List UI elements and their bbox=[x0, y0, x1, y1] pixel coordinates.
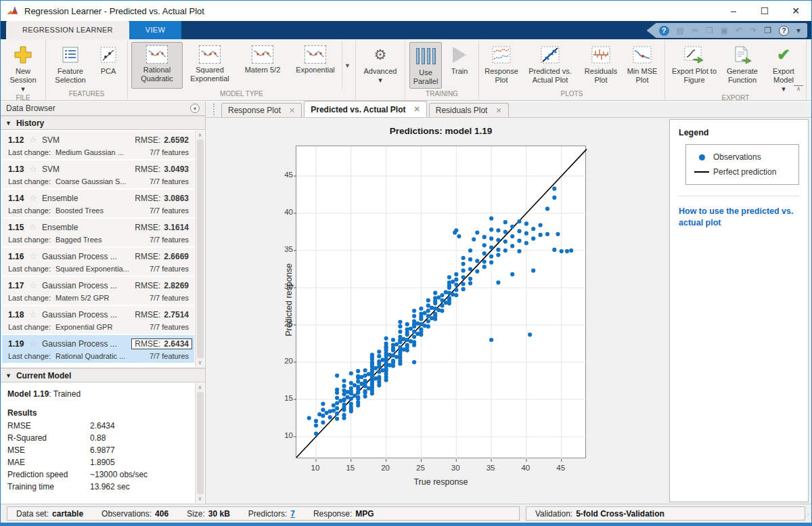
panel-menu-icon[interactable]: ▾ bbox=[190, 104, 200, 113]
tab-regression-learner[interactable]: REGRESSION LEARNER bbox=[6, 21, 129, 39]
collapse-current-model-icon[interactable]: ▼ bbox=[5, 372, 12, 379]
last-change-value: Matern 5/2 GPR bbox=[55, 294, 109, 302]
min-mse-plot-button[interactable]: Min MSE Plot bbox=[623, 41, 662, 89]
maximize-button[interactable]: ☐ bbox=[749, 1, 780, 21]
ribbon-group-model-type: Rational QuadraticSquared ExponentialMat… bbox=[128, 39, 356, 100]
cut-icon[interactable]: ✂ bbox=[692, 26, 698, 35]
star-icon[interactable]: ☆ bbox=[29, 309, 37, 320]
copy-icon[interactable]: ❒ bbox=[706, 26, 713, 35]
tab-bar-drag-handle[interactable] bbox=[213, 104, 216, 115]
train-button[interactable]: Train bbox=[443, 41, 476, 89]
scatter-point bbox=[482, 259, 487, 263]
matlab-logo-icon bbox=[7, 5, 18, 17]
scroll-down-icon[interactable]: ∨ bbox=[198, 359, 202, 366]
status-value[interactable]: 7 bbox=[290, 509, 295, 519]
pca-button[interactable]: PCA bbox=[92, 41, 125, 89]
scroll-up-icon[interactable]: ∧ bbox=[198, 132, 202, 138]
scatter-point bbox=[423, 311, 427, 315]
scatter-point bbox=[489, 246, 493, 250]
scatter-point bbox=[503, 229, 508, 234]
redo-icon[interactable]: ↷ bbox=[750, 26, 757, 35]
result-label: MAE bbox=[7, 458, 90, 467]
x-tick-label: 20 bbox=[374, 464, 397, 472]
status-label: Observations: bbox=[102, 509, 152, 519]
help-circle-icon[interactable]: ? bbox=[779, 26, 789, 36]
plot-axes[interactable] bbox=[296, 146, 586, 458]
scroll-down-icon[interactable]: ∨ bbox=[198, 496, 202, 502]
tab-close-icon[interactable]: ✕ bbox=[495, 106, 501, 115]
star-icon[interactable]: ☆ bbox=[29, 338, 37, 349]
new-session-button[interactable]: New Session▾ bbox=[3, 41, 43, 93]
scatter-point bbox=[433, 291, 437, 295]
document-tab-2[interactable]: Predicted vs. Actual Plot✕ bbox=[304, 101, 426, 117]
scroll-thumb[interactable] bbox=[197, 392, 204, 494]
history-scrollbar[interactable]: ∧ ∨ bbox=[195, 131, 204, 367]
scatter-point bbox=[440, 299, 444, 303]
star-icon[interactable]: ☆ bbox=[29, 135, 37, 145]
ribbon-group-advanced: ⚙ Advanced▾ bbox=[356, 39, 405, 100]
undo-icon[interactable]: ↶ bbox=[736, 26, 742, 35]
minimize-button[interactable]: – bbox=[718, 1, 749, 21]
history-item-1.14[interactable]: 1.14☆EnsembleRMSE:3.0863Last change:Boos… bbox=[2, 190, 194, 217]
scatter-point bbox=[475, 231, 479, 235]
star-icon[interactable]: ☆ bbox=[29, 280, 37, 290]
document-tab-1[interactable]: Response Plot✕ bbox=[221, 103, 302, 117]
document-tab-3[interactable]: Residuals Plot✕ bbox=[429, 103, 509, 117]
scatter-point bbox=[510, 234, 514, 238]
history-item-1.17[interactable]: 1.17☆Gaussian Process ...RMSE:2.8269Last… bbox=[2, 277, 194, 305]
scroll-up-icon[interactable]: ∧ bbox=[198, 385, 202, 391]
residuals-plot-icon bbox=[591, 43, 610, 67]
generate-function-button[interactable]: Generate Function bbox=[721, 41, 764, 93]
star-icon[interactable]: ☆ bbox=[29, 222, 37, 232]
scatter-point bbox=[367, 386, 371, 390]
resize-grip[interactable]: ⋰ bbox=[802, 512, 809, 521]
history-item-1.19[interactable]: 1.19☆Gaussian Process ...RMSE:2.6434Last… bbox=[2, 335, 194, 363]
model-type-tile-2[interactable]: Squared Exponential bbox=[184, 42, 235, 89]
help-icon[interactable]: ? bbox=[659, 26, 669, 36]
residuals-plot-button[interactable]: Residuals Plot bbox=[579, 41, 623, 89]
window-controls: – ☐ ✕ bbox=[718, 1, 811, 21]
layout-icon[interactable]: ❐ bbox=[764, 26, 771, 35]
collapse-ribbon-button[interactable]: ∧ bbox=[794, 85, 803, 91]
use-parallel-toggle[interactable]: Use Parallel bbox=[409, 42, 442, 89]
scatter-point bbox=[489, 227, 493, 232]
toolbar-dropdown-icon[interactable]: ▾ bbox=[796, 26, 800, 35]
model-type-tile-4[interactable]: Exponential bbox=[290, 42, 341, 89]
save-icon[interactable]: ▤ bbox=[677, 26, 684, 35]
star-icon[interactable]: ☆ bbox=[29, 251, 37, 261]
close-button[interactable]: ✕ bbox=[780, 1, 811, 21]
scatter-point bbox=[510, 225, 514, 229]
star-icon[interactable]: ☆ bbox=[29, 193, 37, 203]
star-icon[interactable]: ☆ bbox=[29, 164, 37, 174]
feature-selection-button[interactable]: Feature Selection bbox=[49, 41, 92, 89]
collapse-history-icon[interactable]: ▼ bbox=[5, 120, 12, 127]
scroll-thumb[interactable] bbox=[197, 139, 204, 358]
gallery-dropdown-icon[interactable]: ▼ bbox=[342, 41, 353, 89]
predicted-vs-actual-plot-button[interactable]: Predicted vs. Actual Plot bbox=[521, 41, 579, 89]
scatter-point bbox=[335, 374, 339, 378]
export-plot-button[interactable]: Export Plot to Figure bbox=[668, 41, 721, 93]
history-list: 1.12☆SVMRMSE:2.6592Last change:Medium Ga… bbox=[1, 130, 205, 368]
tab-view[interactable]: VIEW bbox=[129, 21, 181, 39]
model-type: Ensemble bbox=[42, 194, 135, 203]
current-model-scrollbar[interactable]: ∧ ∨ bbox=[195, 383, 204, 503]
tab-close-icon[interactable]: ✕ bbox=[414, 105, 420, 114]
history-section-header[interactable]: ▼ History bbox=[1, 116, 205, 130]
response-plot-button[interactable]: Response Plot bbox=[482, 41, 521, 89]
tab-close-icon[interactable]: ✕ bbox=[289, 106, 295, 115]
history-item-1.16[interactable]: 1.16☆Gaussian Process ...RMSE:2.6669Last… bbox=[2, 248, 194, 276]
y-tick-label: 45 bbox=[274, 171, 293, 179]
paste-icon[interactable]: ▣ bbox=[721, 26, 728, 35]
scatter-point bbox=[475, 259, 479, 263]
history-item-1.18[interactable]: 1.18☆Gaussian Process ...RMSE:2.7514Last… bbox=[2, 306, 194, 334]
advanced-button[interactable]: ⚙ Advanced▾ bbox=[359, 41, 402, 89]
current-model-section-header[interactable]: ▼ Current Model bbox=[1, 368, 205, 382]
help-link[interactable]: How to use the predicted vs. actual plot bbox=[679, 206, 799, 229]
model-type-tile-3[interactable]: Matern 5/2 bbox=[237, 42, 288, 89]
history-item-1.15[interactable]: 1.15☆EnsembleRMSE:3.1614Last change:Bagg… bbox=[2, 219, 194, 246]
history-item-1.12[interactable]: 1.12☆SVMRMSE:2.6592Last change:Medium Ga… bbox=[2, 131, 194, 159]
scatter-point bbox=[363, 391, 367, 395]
model-type-tile-1[interactable]: Rational Quadratic bbox=[131, 42, 183, 89]
x-tick-label: 45 bbox=[549, 464, 572, 472]
history-item-1.13[interactable]: 1.13☆SVMRMSE:3.0493Last change:Coarse Ga… bbox=[2, 160, 194, 188]
